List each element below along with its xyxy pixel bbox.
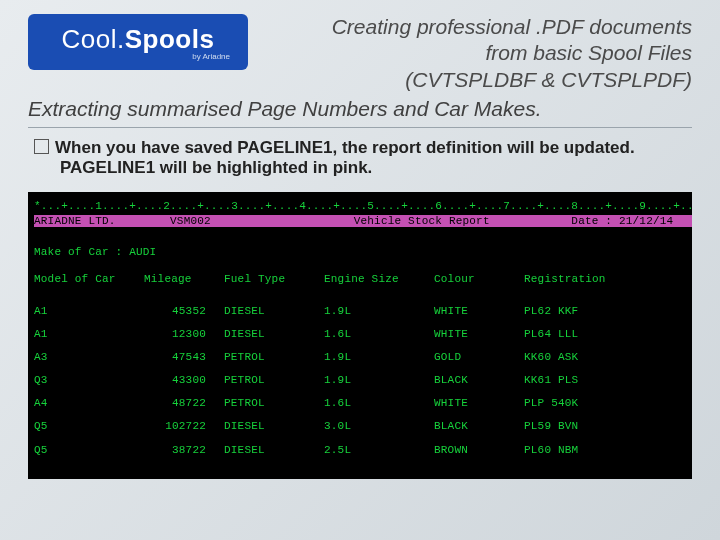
cell-model: A1 xyxy=(34,305,144,318)
cell-model: A4 xyxy=(34,397,144,410)
bullet-block: When you have saved PAGELINE1, the repor… xyxy=(28,138,692,178)
cell-model: A3 xyxy=(34,351,144,364)
title-line-2: from basic Spool Files xyxy=(260,40,692,66)
cell-model: Q5 xyxy=(34,444,144,457)
cell-engine: 1.6L xyxy=(324,397,434,410)
cell-reg: PL64 LLL xyxy=(524,328,634,341)
cell-fuel: DIESEL xyxy=(224,420,324,433)
cell-reg: PL60 NBM xyxy=(524,444,634,457)
col-reg: Registration xyxy=(524,273,634,286)
header: Cool.Spools by Ariadne Creating professi… xyxy=(28,14,692,93)
title-line-1: Creating professional .PDF documents xyxy=(260,14,692,40)
cell-mileage: 45352 xyxy=(144,305,224,318)
cell-reg: PLP 540K xyxy=(524,397,634,410)
make-line: Make of Car : AUDI xyxy=(34,246,686,259)
date-label: Date : xyxy=(571,215,612,227)
table-row: A347543PETROL1.9LGOLDKK60 ASK xyxy=(34,351,686,364)
title-line-3: (CVTSPLDBF & CVTSPLPDF) xyxy=(260,67,692,93)
terminal-output: *...+....1....+....2....+....3....+....4… xyxy=(28,192,692,479)
cell-reg: PL59 BVN xyxy=(524,420,634,433)
bullet-line-1: When you have saved PAGELINE1, the repor… xyxy=(55,138,635,157)
cell-colour: WHITE xyxy=(434,328,524,341)
table-row: A112300DIESEL1.6LWHITEPL64 LLL xyxy=(34,328,686,341)
logo-byline: by Ariadne xyxy=(192,52,230,61)
cell-model: Q3 xyxy=(34,374,144,387)
cell-fuel: PETROL xyxy=(224,397,324,410)
table-row: Q5102722DIESEL3.0LBLACKPL59 BVN xyxy=(34,420,686,433)
cell-reg: KK60 ASK xyxy=(524,351,634,364)
cell-fuel: DIESEL xyxy=(224,305,324,318)
cell-colour: GOLD xyxy=(434,351,524,364)
logo-text-bold: Spools xyxy=(125,24,215,54)
checkbox-icon xyxy=(34,139,49,154)
cell-model: A1 xyxy=(34,328,144,341)
table-row: A448722PETROL1.6LWHITEPLP 540K xyxy=(34,397,686,410)
col-fuel: Fuel Type xyxy=(224,273,324,286)
col-model: Model of Car xyxy=(34,273,144,286)
table-row: A145352DIESEL1.9LWHITEPL62 KKF xyxy=(34,305,686,318)
subtitle: Extracting summarised Page Numbers and C… xyxy=(28,97,692,128)
cell-engine: 2.5L xyxy=(324,444,434,457)
program: VSM002 xyxy=(170,215,211,227)
cell-colour: BLACK xyxy=(434,420,524,433)
make-of-car: Make of Car : AUDI xyxy=(34,246,156,259)
logo-text: Cool.Spools xyxy=(62,24,215,55)
cell-fuel: PETROL xyxy=(224,374,324,387)
cell-reg: KK61 PLS xyxy=(524,374,634,387)
cell-mileage: 102722 xyxy=(144,420,224,433)
col-colour: Colour xyxy=(434,273,524,286)
cell-colour: WHITE xyxy=(434,397,524,410)
col-engine: Engine Size xyxy=(324,273,434,286)
cell-colour: WHITE xyxy=(434,305,524,318)
table-row: Q343300PETROL1.9LBLACKKK61 PLS xyxy=(34,374,686,387)
cell-model: Q5 xyxy=(34,420,144,433)
cell-reg: PL62 KKF xyxy=(524,305,634,318)
cell-colour: BROWN xyxy=(434,444,524,457)
logo-text-plain: Cool. xyxy=(62,24,125,54)
highlighted-pageline1: ARIADNE LTD. VSM002 Vehicle Stock Report… xyxy=(34,215,686,228)
title-block: Creating professional .PDF documents fro… xyxy=(260,14,692,93)
slide: Cool.Spools by Ariadne Creating professi… xyxy=(0,0,720,540)
cell-engine: 1.9L xyxy=(324,374,434,387)
cell-mileage: 47543 xyxy=(144,351,224,364)
table-header: Model of Car Mileage Fuel Type Engine Si… xyxy=(34,273,686,286)
cell-engine: 1.9L xyxy=(324,305,434,318)
col-mileage: Mileage xyxy=(144,273,224,286)
cell-colour: BLACK xyxy=(434,374,524,387)
cell-mileage: 48722 xyxy=(144,397,224,410)
cell-mileage: 38722 xyxy=(144,444,224,457)
cell-fuel: DIESEL xyxy=(224,444,324,457)
cell-fuel: PETROL xyxy=(224,351,324,364)
coolspools-logo: Cool.Spools by Ariadne xyxy=(28,14,248,70)
cell-mileage: 12300 xyxy=(144,328,224,341)
table-row: Q538722DIESEL2.5LBROWNPL60 NBM xyxy=(34,444,686,457)
cell-engine: 3.0L xyxy=(324,420,434,433)
report-title: Vehicle Stock Report xyxy=(354,215,490,227)
cell-engine: 1.9L xyxy=(324,351,434,364)
ruler-line: *...+....1....+....2....+....3....+....4… xyxy=(34,200,686,213)
company: ARIADNE LTD. xyxy=(34,215,116,227)
table-body: A145352DIESEL1.9LWHITEPL62 KKFA112300DIE… xyxy=(34,305,686,457)
cell-engine: 1.6L xyxy=(324,328,434,341)
date-value: 21/12/14 xyxy=(619,215,673,227)
cell-fuel: DIESEL xyxy=(224,328,324,341)
pageline1-highlight: ARIADNE LTD. VSM002 Vehicle Stock Report… xyxy=(34,215,692,227)
bullet-line-2: PAGELINE1 will be highlighted in pink. xyxy=(34,158,692,178)
cell-mileage: 43300 xyxy=(144,374,224,387)
